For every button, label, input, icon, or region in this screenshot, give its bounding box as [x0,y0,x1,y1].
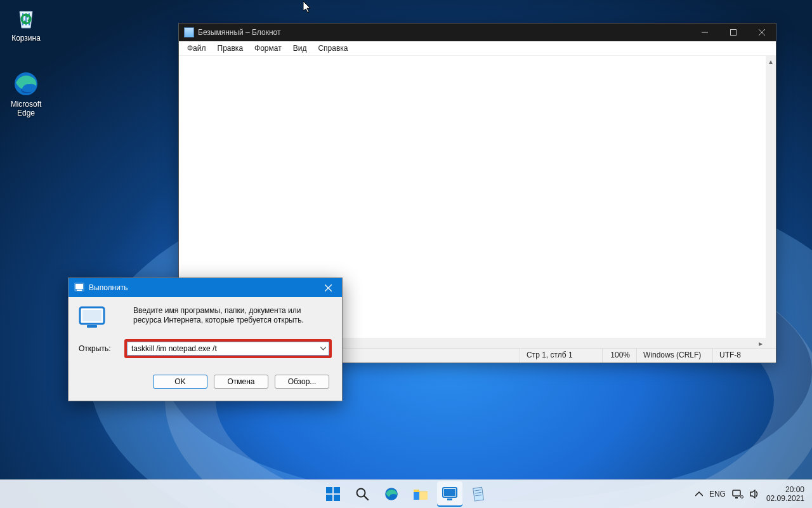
clock-time: 20:00 [766,485,804,494]
svg-rect-13 [87,325,97,328]
notepad-title: Безымянный – Блокнот [198,28,690,37]
svg-point-31 [740,496,743,498]
network-icon[interactable] [732,489,743,499]
edge-icon [12,70,40,98]
status-position: Стр 1, стлб 1 [520,349,602,363]
start-button[interactable] [320,481,346,507]
svg-rect-14 [326,487,332,493]
svg-rect-16 [326,495,332,501]
run-title-text: Выполнить [89,283,314,292]
tray-chevron-up-icon[interactable] [695,491,703,497]
recycle-bin-icon [12,4,40,32]
scroll-up-icon[interactable]: ▴ [766,56,776,67]
run-title-icon [74,283,84,293]
svg-rect-24 [444,489,455,496]
resize-gripper[interactable] [766,338,776,349]
svg-rect-29 [733,490,740,496]
vertical-scrollbar[interactable]: ▴ [766,56,776,338]
run-description: Введите имя программы, папки, документа … [133,306,330,325]
svg-rect-3 [730,30,736,36]
svg-rect-22 [414,492,419,500]
mouse-cursor-icon [303,1,313,16]
ok-button[interactable]: OK [153,375,207,389]
notepad-menubar: Файл Правка Формат Вид Справка [179,41,776,56]
menu-help[interactable]: Справка [312,42,353,55]
svg-rect-25 [447,498,452,500]
run-titlebar[interactable]: Выполнить [69,278,342,297]
taskbar-notepad[interactable] [466,481,492,507]
status-line-ending: Windows (CRLF) [636,349,712,363]
menu-view[interactable]: Вид [287,42,313,55]
svg-rect-17 [334,495,340,501]
run-command-input[interactable] [127,342,329,356]
svg-rect-30 [735,497,738,498]
run-input-highlight [124,339,332,358]
maximize-button[interactable] [719,23,747,41]
language-indicator[interactable]: ENG [709,490,726,498]
taskbar-clock[interactable]: 20:00 02.09.2021 [766,485,808,503]
run-open-label: Открыть: [79,344,124,353]
clock-date: 02.09.2021 [766,494,804,503]
scroll-right-icon[interactable]: ▸ [755,338,766,349]
status-encoding: UTF-8 [712,349,776,363]
run-dialog-icon [79,306,105,331]
desktop-icon-recycle-bin[interactable]: Корзина [1,4,51,43]
close-button[interactable] [314,278,342,297]
menu-file[interactable]: Файл [181,42,212,55]
cancel-button[interactable]: Отмена [214,375,268,389]
minimize-button[interactable] [690,23,719,41]
svg-rect-7 [75,284,83,289]
taskbar: ENG 20:00 02.09.2021 [0,479,812,508]
run-dialog: Выполнить Введите имя программы, папки, … [68,277,343,401]
taskbar-run[interactable] [437,481,462,507]
taskbar-explorer[interactable] [408,481,433,507]
svg-line-19 [364,496,368,500]
status-zoom: 100% [602,349,636,363]
svg-rect-8 [77,290,82,291]
desktop-icon-edge[interactable]: Microsoft Edge [1,70,51,117]
desktop-icon-label: Корзина [1,34,51,43]
menu-format[interactable]: Формат [249,42,287,55]
search-button[interactable] [350,481,375,507]
menu-edit[interactable]: Правка [212,42,249,55]
desktop-icon-label: Microsoft Edge [1,100,51,117]
notepad-icon [184,27,194,37]
browse-button[interactable]: Обзор... [275,375,329,389]
svg-rect-15 [334,487,340,493]
taskbar-edge[interactable] [379,481,404,507]
svg-rect-12 [82,310,102,321]
chevron-down-icon[interactable] [317,342,329,355]
close-button[interactable] [747,23,776,41]
notepad-titlebar[interactable]: Безымянный – Блокнот [179,23,776,41]
volume-icon[interactable] [750,490,760,498]
